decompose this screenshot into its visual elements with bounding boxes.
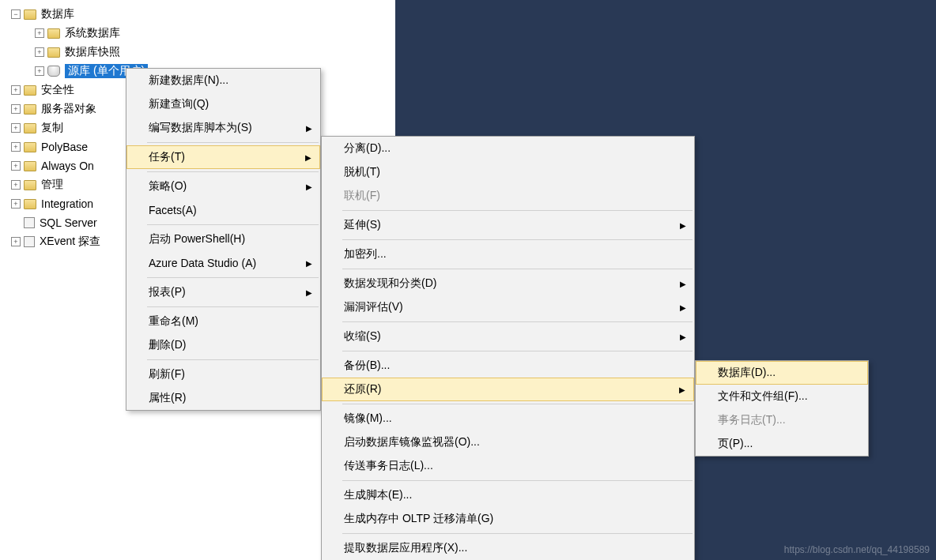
tree-root-databases[interactable]: − 数据库 xyxy=(0,5,395,24)
tree-item[interactable]: +系统数据库 xyxy=(0,24,395,43)
menu-item-label: 数据发现和分类(D) xyxy=(344,276,436,291)
menu-item[interactable]: 生成脚本(E)... xyxy=(322,483,694,507)
menu-item-label: 脱机(T) xyxy=(344,165,380,179)
menu-item[interactable]: 启动 PowerShell(H) xyxy=(126,227,320,251)
menu-item-label: 生成脚本(E)... xyxy=(344,488,412,502)
menu-item-label: 页(P)... xyxy=(718,437,753,451)
menu-item-label: 加密列... xyxy=(344,247,387,261)
folder-icon xyxy=(24,199,36,209)
expander-icon[interactable]: + xyxy=(35,28,44,38)
expander-icon[interactable]: + xyxy=(11,85,21,95)
expander-icon[interactable]: + xyxy=(11,142,21,152)
menu-item-label: Azure Data Studio (A) xyxy=(149,257,256,269)
menu-item[interactable]: 提取数据层应用程序(X)... xyxy=(322,536,694,560)
menu-item[interactable]: 文件和文件组(F)... xyxy=(696,385,868,408)
menu-item[interactable]: 数据库(D)... xyxy=(696,361,868,385)
submenu-restore[interactable]: 数据库(D)...文件和文件组(F)...事务日志(T)...页(P)... xyxy=(695,360,869,457)
submenu-arrow-icon: ▶ xyxy=(305,153,311,162)
submenu-arrow-icon: ▶ xyxy=(679,385,685,394)
submenu-arrow-icon: ▶ xyxy=(680,303,686,312)
menu-item[interactable]: 页(P)... xyxy=(696,432,868,456)
menu-item[interactable]: 刷新(F) xyxy=(126,363,320,386)
submenu-arrow-icon: ▶ xyxy=(680,280,686,288)
menu-item[interactable]: 加密列... xyxy=(322,242,694,266)
menu-item: 联机(F) xyxy=(322,184,694,208)
submenu-arrow-icon: ▶ xyxy=(306,182,312,191)
menu-item-label: 备份(B)... xyxy=(344,359,390,373)
menu-separator xyxy=(342,269,693,269)
tree-label: 复制 xyxy=(41,121,63,135)
menu-item[interactable]: 镜像(M)... xyxy=(322,407,694,430)
menu-item-label: 延伸(S) xyxy=(344,218,381,232)
menu-item[interactable]: 数据发现和分类(D)▶ xyxy=(322,272,694,295)
menu-item[interactable]: Facets(A) xyxy=(126,198,320,222)
menu-item[interactable]: 属性(R) xyxy=(126,386,320,410)
menu-item-label: 策略(O) xyxy=(149,179,187,194)
tree-label: Integration xyxy=(41,197,93,210)
menu-separator xyxy=(147,359,319,360)
menu-item-label: 联机(F) xyxy=(344,189,380,203)
context-menu-database[interactable]: 新建数据库(N)...新建查询(Q)编写数据库脚本为(S)▶任务(T)▶策略(O… xyxy=(126,68,321,411)
menu-item[interactable]: 备份(B)... xyxy=(322,354,694,378)
menu-item[interactable]: 脱机(T) xyxy=(322,160,694,184)
menu-separator xyxy=(147,277,319,278)
menu-item[interactable]: 删除(D) xyxy=(126,333,320,357)
menu-item[interactable]: 收缩(S)▶ xyxy=(322,325,694,348)
menu-item[interactable]: 生成内存中 OLTP 迁移清单(G) xyxy=(322,507,694,531)
menu-separator xyxy=(342,404,693,404)
expander-icon[interactable]: − xyxy=(11,9,21,19)
menu-separator xyxy=(342,239,693,240)
menu-item[interactable]: 新建数据库(N)... xyxy=(126,69,320,92)
menu-item[interactable]: 任务(T)▶ xyxy=(126,145,320,169)
menu-item-label: 重命名(M) xyxy=(149,314,198,329)
expander-icon[interactable]: + xyxy=(11,161,21,171)
menu-item[interactable]: 延伸(S)▶ xyxy=(322,213,694,237)
expander-icon[interactable]: + xyxy=(11,180,21,190)
submenu-tasks[interactable]: 分离(D)...脱机(T)联机(F)延伸(S)▶加密列...数据发现和分类(D)… xyxy=(321,136,695,560)
menu-item[interactable]: 编写数据库脚本为(S)▶ xyxy=(126,116,320,140)
menu-separator xyxy=(147,224,319,225)
menu-separator xyxy=(342,351,693,351)
submenu-arrow-icon: ▶ xyxy=(306,259,312,268)
menu-item-label: 属性(R) xyxy=(149,391,186,405)
menu-item-label: 漏洞评估(V) xyxy=(344,300,403,314)
menu-item[interactable]: 还原(R)▶ xyxy=(322,378,694,401)
menu-item[interactable]: 新建查询(Q) xyxy=(126,92,320,116)
menu-item[interactable]: 报表(P)▶ xyxy=(126,280,320,304)
menu-item[interactable]: 启动数据库镜像监视器(O)... xyxy=(322,430,694,454)
menu-item[interactable]: Azure Data Studio (A)▶ xyxy=(126,251,320,275)
watermark: https://blog.csdn.net/qq_44198589 xyxy=(784,544,930,555)
menu-item-label: 生成内存中 OLTP 迁移清单(G) xyxy=(344,512,493,526)
tree-label: SQL Server xyxy=(40,216,97,229)
tree-label: 数据库 xyxy=(41,7,74,21)
menu-separator xyxy=(342,533,693,534)
menu-item[interactable]: 分离(D)... xyxy=(322,137,694,160)
menu-separator xyxy=(342,210,693,211)
expander-icon[interactable]: + xyxy=(35,66,44,76)
menu-item[interactable]: 重命名(M) xyxy=(126,310,320,333)
tree-label: 系统数据库 xyxy=(65,26,120,40)
menu-item-label: 删除(D) xyxy=(149,338,186,352)
menu-item[interactable]: 漏洞评估(V)▶ xyxy=(322,295,694,319)
folder-icon xyxy=(47,47,60,58)
expander-icon[interactable]: + xyxy=(11,104,21,114)
menu-item-label: 新建查询(Q) xyxy=(149,97,209,111)
menu-separator xyxy=(342,321,693,322)
menu-item-label: 还原(R) xyxy=(344,382,381,397)
expander-icon[interactable]: + xyxy=(11,123,21,133)
tree-item[interactable]: +数据库快照 xyxy=(0,43,395,62)
menu-item-label: 启动 PowerShell(H) xyxy=(149,232,245,246)
menu-item-label: 启动数据库镜像监视器(O)... xyxy=(344,435,480,449)
submenu-arrow-icon: ▶ xyxy=(680,333,686,341)
menu-item-label: 编写数据库脚本为(S) xyxy=(149,121,252,135)
tree-label: 安全性 xyxy=(41,83,74,97)
menu-item-label: 提取数据层应用程序(X)... xyxy=(344,541,467,555)
expander-icon[interactable]: + xyxy=(11,199,21,209)
submenu-arrow-icon: ▶ xyxy=(306,124,312,133)
menu-item[interactable]: 策略(O)▶ xyxy=(126,175,320,198)
menu-item-label: 文件和文件组(F)... xyxy=(718,389,808,404)
menu-item[interactable]: 传送事务日志(L)... xyxy=(322,454,694,478)
expander-icon[interactable]: + xyxy=(11,237,21,246)
folder-icon xyxy=(24,85,36,96)
expander-icon[interactable]: + xyxy=(35,47,44,57)
